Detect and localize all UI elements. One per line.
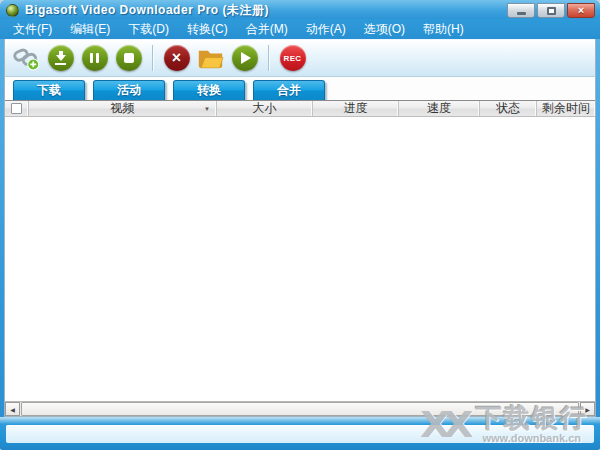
scroll-left-button[interactable]: ◀ <box>5 402 20 416</box>
sort-arrow-icon[interactable]: ▼ <box>204 106 210 112</box>
column-label: 速度 <box>427 100 451 117</box>
play-icon <box>232 45 258 71</box>
menu-item-merge[interactable]: 合并(M) <box>237 19 297 40</box>
record-button[interactable]: REC <box>279 45 306 72</box>
column-header-status[interactable]: 状态 <box>480 101 537 116</box>
tab-convert[interactable]: 转换 <box>173 80 245 100</box>
menu-item-edit[interactable]: 编辑(E) <box>61 19 119 40</box>
stop-icon <box>116 45 142 71</box>
rec-icon: REC <box>280 45 306 71</box>
toolbar-separator <box>152 45 153 71</box>
column-header-video[interactable]: 视频 ▼ <box>29 101 217 116</box>
delete-button[interactable]: × <box>163 45 190 72</box>
status-bar <box>6 425 594 443</box>
status-frame <box>0 417 600 450</box>
scroll-thumb[interactable] <box>21 402 579 416</box>
tab-merge[interactable]: 合并 <box>253 80 325 100</box>
folder-icon <box>197 46 224 70</box>
menu-item-file[interactable]: 文件(F) <box>4 19 61 40</box>
download-button[interactable] <box>47 45 74 72</box>
app-window: Bigasoft Video Downloader Pro (未注册) × 文件… <box>0 0 600 450</box>
app-icon <box>6 4 19 17</box>
maximize-button[interactable] <box>537 3 565 18</box>
menu-item-action[interactable]: 动作(A) <box>297 19 355 40</box>
minimize-button[interactable] <box>507 3 535 18</box>
close-button[interactable]: × <box>567 3 595 18</box>
maximize-icon <box>547 7 556 15</box>
tab-activity[interactable]: 活动 <box>93 80 165 100</box>
column-header-progress[interactable]: 进度 <box>313 101 399 116</box>
column-label: 状态 <box>496 100 520 117</box>
toolbar: × REC <box>5 39 595 77</box>
window-title: Bigasoft Video Downloader Pro (未注册) <box>25 2 269 19</box>
horizontal-scrollbar[interactable]: ◀ ▶ <box>5 401 595 416</box>
menu-item-download[interactable]: 下载(D) <box>119 19 178 40</box>
open-folder-button[interactable] <box>197 45 224 72</box>
scroll-right-icon: ▶ <box>585 406 590 413</box>
scroll-right-button[interactable]: ▶ <box>580 402 595 416</box>
chain-plus-icon <box>13 45 40 72</box>
menu-item-options[interactable]: 选项(O) <box>355 19 414 40</box>
download-icon <box>48 45 74 71</box>
menu-item-help[interactable]: 帮助(H) <box>414 19 473 40</box>
select-all-cell <box>5 101 29 116</box>
column-label: 进度 <box>344 100 368 117</box>
toolbar-separator <box>268 45 269 71</box>
pause-button[interactable] <box>81 45 108 72</box>
tabs-row: 下载 活动 转换 合并 <box>5 77 595 100</box>
tab-download[interactable]: 下载 <box>13 80 85 100</box>
column-label: 大小 <box>253 100 277 117</box>
column-label: 视频 <box>111 100 135 117</box>
delete-icon: × <box>164 45 190 71</box>
select-all-checkbox[interactable] <box>11 103 22 114</box>
pause-icon <box>82 45 108 71</box>
menu-bar: 文件(F) 编辑(E) 下载(D) 转换(C) 合并(M) 动作(A) 选项(O… <box>0 19 600 39</box>
column-header-size[interactable]: 大小 <box>217 101 313 116</box>
add-url-button[interactable] <box>13 45 40 72</box>
download-list[interactable] <box>5 117 595 401</box>
column-header-speed[interactable]: 速度 <box>399 101 480 116</box>
close-icon: × <box>578 5 584 16</box>
column-label: 剩余时间 <box>542 100 590 117</box>
play-button[interactable] <box>231 45 258 72</box>
stop-button[interactable] <box>115 45 142 72</box>
table-header: 视频 ▼ 大小 进度 速度 状态 剩余时间 <box>5 100 595 117</box>
scroll-left-icon: ◀ <box>10 406 15 413</box>
menu-item-convert[interactable]: 转换(C) <box>178 19 237 40</box>
minimize-icon <box>517 12 526 15</box>
title-bar: Bigasoft Video Downloader Pro (未注册) × <box>0 0 600 19</box>
column-header-remaining-time[interactable]: 剩余时间 <box>537 101 595 116</box>
client-area: × REC 下载 <box>4 39 596 417</box>
